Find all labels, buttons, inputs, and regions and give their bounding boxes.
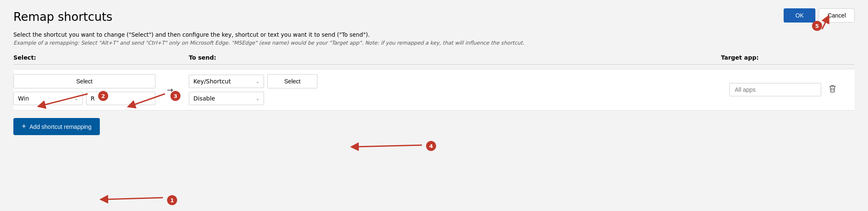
delete-row-button[interactable] <box>825 83 840 95</box>
tosend-select-button[interactable]: Select <box>267 74 317 88</box>
svg-line-9 <box>355 145 422 147</box>
select-section: Select Win ⌄ R ⌄ <box>13 74 155 105</box>
column-headers: Select: To send: Target app: <box>13 54 855 65</box>
tosend-disable-value: Disable <box>193 95 215 102</box>
annotation-badge-4: 4 <box>426 141 436 151</box>
ok-button[interactable]: OK <box>784 8 815 23</box>
add-row-area: + Add shortcut remapping <box>13 118 855 135</box>
tosend-section: Key/Shortcut ⌄ Select Disable ⌄ <box>185 74 721 105</box>
select-button[interactable]: Select <box>13 74 155 88</box>
description-line2: Example of a remapping: Select "Alt+T" a… <box>13 40 855 46</box>
win-modifier-value: Win <box>18 95 29 102</box>
tosend-bottom-row: Disable ⌄ <box>189 92 721 105</box>
annotation-arrow-1 <box>96 190 171 207</box>
description-line1: Select the shortcut you want to change (… <box>13 31 855 38</box>
description-area: Select the shortcut you want to change (… <box>13 31 855 46</box>
annotation-arrow-4 <box>347 138 430 154</box>
annotation-badge-1: 1 <box>167 195 177 205</box>
tosend-type-chevron-icon: ⌄ <box>256 79 259 84</box>
remapping-row: Select Win ⌄ R ⌄ → Key/Shortcut ⌄ Select <box>13 69 855 111</box>
win-chevron-icon: ⌄ <box>75 96 78 101</box>
tosend-type-value: Key/Shortcut <box>193 78 231 85</box>
tosend-disable-dropdown[interactable]: Disable ⌄ <box>189 92 264 105</box>
tosend-column-label: To send: <box>185 54 721 61</box>
targetapp-column-label: Target app: <box>721 54 855 61</box>
annotation-badge-5: 5 <box>812 21 822 31</box>
add-shortcut-remapping-button[interactable]: + Add shortcut remapping <box>13 118 100 135</box>
trash-icon <box>829 85 836 93</box>
annotation-badge-3: 3 <box>170 91 180 101</box>
cancel-button[interactable]: Cancel <box>819 8 855 23</box>
modifier-row: Win ⌄ R ⌄ <box>13 92 155 105</box>
tosend-type-dropdown[interactable]: Key/Shortcut ⌄ <box>189 75 264 88</box>
r-key-value: R <box>91 95 95 102</box>
r-chevron-icon: ⌄ <box>147 96 151 101</box>
targetapp-input[interactable] <box>729 83 821 96</box>
svg-line-3 <box>104 198 163 199</box>
win-modifier-dropdown[interactable]: Win ⌄ <box>13 92 83 105</box>
add-icon: + <box>22 122 26 131</box>
annotation-badge-2: 2 <box>98 91 108 101</box>
tosend-top-row: Key/Shortcut ⌄ Select <box>189 74 721 88</box>
tosend-disable-chevron-icon: ⌄ <box>256 96 259 101</box>
add-button-label: Add shortcut remapping <box>30 123 92 130</box>
arrow-separator: → <box>155 85 185 94</box>
r-key-dropdown[interactable]: R ⌄ <box>86 92 155 105</box>
select-column-label: Select: <box>13 54 155 61</box>
targetapp-section <box>721 83 855 96</box>
page-title: Remap shortcuts <box>13 10 855 24</box>
